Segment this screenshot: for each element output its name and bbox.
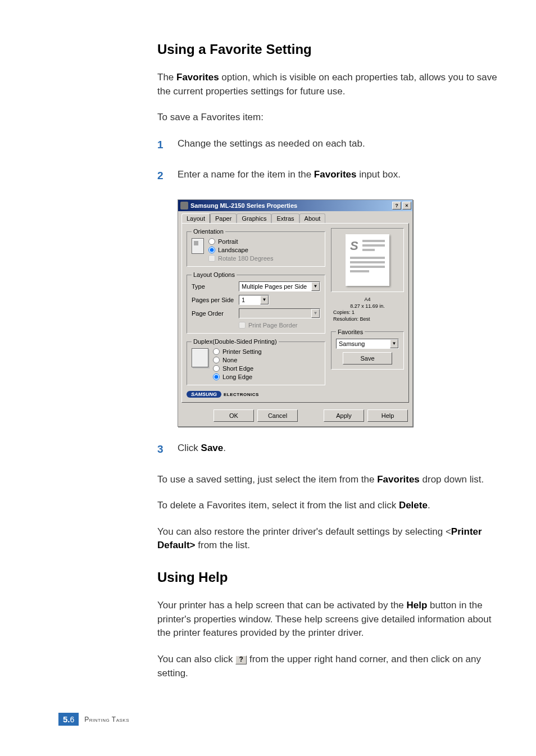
check-rotate: Rotate 180 Degrees (208, 255, 273, 262)
layout-options-group: Layout Options Type Multiple Pages per S… (187, 271, 325, 334)
radio-printer-setting[interactable]: Printer Setting (213, 348, 262, 355)
brand-logo: SAMSUNG (187, 391, 221, 398)
duplex-icon (192, 348, 208, 367)
ok-button[interactable]: OK (214, 409, 254, 422)
group-legend: Favorites (336, 329, 365, 335)
pages-per-side-label: Pages per Side (192, 297, 235, 303)
t-bold: Favorites (314, 169, 357, 180)
preview-meta: A4 8.27 x 11.69 in. Copies: 1 Resolution… (331, 297, 404, 323)
combo-value: 1 (239, 297, 260, 303)
t: To use a saved setting, just select the … (157, 474, 377, 485)
tab-extras[interactable]: Extras (271, 213, 299, 223)
step-number: 1 (157, 137, 178, 153)
para-intro: The Favorites option, which is visible o… (157, 71, 506, 98)
type-combo[interactable]: Multiple Pages per Side ▼ (239, 281, 320, 292)
check-label: Print Page Border (248, 322, 297, 329)
radio-landscape[interactable]: Landscape (208, 247, 273, 253)
tab-layout[interactable]: Layout (181, 213, 210, 223)
para-help1: Your printer has a help screen that can … (157, 599, 506, 640)
t: Click (178, 443, 201, 453)
check-print-border: Print Page Border (239, 322, 320, 329)
radio-input[interactable] (213, 348, 220, 355)
duplex-group: Duplex(Double-Sided Printing) Printer Se… (187, 338, 325, 385)
radio-input[interactable] (208, 247, 215, 253)
step-number: 3 (157, 441, 178, 457)
heading-favorite: Using a Favorite Setting (157, 42, 506, 57)
tab-graphics[interactable]: Graphics (237, 213, 271, 223)
radio-short-edge[interactable]: Short Edge (213, 365, 262, 372)
t: You can also click (157, 654, 235, 664)
preview-letter: S (350, 239, 358, 253)
para-use-saved: To use a saved setting, just select the … (157, 473, 506, 487)
favorites-value: Samsung (337, 340, 390, 347)
titlebar-close-button[interactable]: × (402, 202, 411, 210)
group-legend: Layout Options (192, 271, 237, 278)
step-2: 2 Enter a name for the item in the Favor… (157, 168, 506, 184)
page-number-badge: 5.6 (58, 713, 79, 726)
titlebar-help-button[interactable]: ? (392, 202, 401, 210)
step-text: Change the settings as needed on each ta… (178, 137, 506, 151)
t: The (157, 72, 176, 83)
page-order-combo: ▼ (239, 308, 320, 318)
footer-label: Printing Tasks (84, 716, 129, 723)
tab-paper[interactable]: Paper (210, 213, 237, 223)
apply-button[interactable]: Apply (324, 409, 364, 422)
favorites-group: Favorites Samsung ▼ Save (331, 329, 404, 370)
tab-about[interactable]: About (299, 213, 326, 223)
pages-per-side-combo[interactable]: 1 ▼ (239, 295, 269, 305)
page-preview: S (346, 234, 389, 286)
para-tosave: To save a Favorites item: (157, 111, 506, 125)
radio-input[interactable] (213, 357, 220, 363)
dialog-screenshot: Samsung ML-2150 Series Properties ? × La… (178, 199, 506, 427)
combo-value: Multiple Pages per Side (239, 283, 311, 290)
t: from the list. (196, 540, 250, 550)
t: . (223, 443, 226, 453)
chevron-down-icon[interactable]: ▼ (260, 295, 269, 304)
radio-input[interactable] (208, 238, 215, 245)
t: Your printer has a help screen that can … (157, 600, 407, 611)
radio-none[interactable]: None (213, 357, 262, 363)
heading-help: Using Help (157, 570, 506, 585)
properties-dialog: Samsung ML-2150 Series Properties ? × La… (178, 199, 413, 427)
t: You can also restore the printer driver'… (157, 526, 451, 537)
group-legend: Orientation (192, 228, 225, 235)
chevron-down-icon[interactable]: ▼ (311, 282, 320, 291)
type-label: Type (192, 283, 235, 290)
radio-long-edge[interactable]: Long Edge (213, 374, 262, 380)
t: To delete a Favorites item, select it fr… (157, 500, 399, 511)
help-icon: ? (235, 655, 247, 664)
t: . (428, 500, 430, 511)
favorites-input[interactable]: Samsung ▼ (336, 339, 399, 349)
preview-size: A4 (331, 297, 404, 303)
t-bold: Favorites (176, 72, 219, 83)
checkbox-input (208, 255, 215, 262)
cancel-button[interactable]: Cancel (257, 409, 298, 422)
help-button[interactable]: Help (367, 409, 408, 422)
titlebar: Samsung ML-2150 Series Properties ? × (178, 200, 412, 211)
dialog-title: Samsung ML-2150 Series Properties (190, 202, 391, 209)
chevron-down-icon[interactable]: ▼ (390, 339, 398, 348)
t-bold: Save (201, 443, 224, 453)
radio-input[interactable] (213, 365, 220, 372)
preview-dims: 8.27 x 11.69 in. (331, 303, 404, 310)
para-help2: You can also click ? from the upper righ… (157, 653, 506, 680)
page-footer: 5.6 Printing Tasks (58, 713, 129, 726)
radio-portrait[interactable]: Portrait (208, 238, 273, 245)
app-icon (180, 202, 188, 210)
preview-box: S (331, 228, 404, 292)
checkbox-input (239, 322, 246, 329)
page-order-label: Page Order (192, 310, 235, 317)
para-restore: You can also restore the printer driver'… (157, 525, 506, 553)
t-bold: Help (407, 600, 428, 611)
preview-resolution: Resolution: Best (331, 316, 404, 323)
t-bold: Favorites (377, 474, 420, 485)
preview-copies: Copies: 1 (331, 309, 404, 316)
dialog-buttons: OK Cancel Apply Help (178, 406, 412, 426)
step-text: Click Save. (178, 441, 506, 456)
radio-input[interactable] (213, 374, 220, 380)
chevron-down-icon: ▼ (311, 309, 320, 318)
save-button[interactable]: Save (343, 352, 392, 365)
tab-panel: Orientation Portrait (181, 223, 409, 403)
t-bold: Delete (399, 500, 428, 511)
radio-label: Printer Setting (222, 348, 262, 355)
